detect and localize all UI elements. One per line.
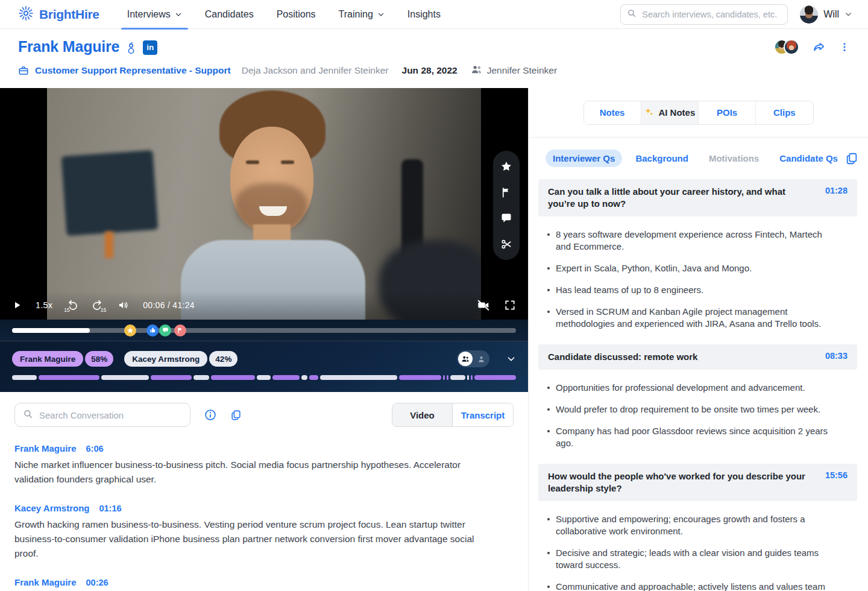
share-icon[interactable] [813, 40, 826, 54]
timeline-segment[interactable] [474, 375, 516, 380]
reaction-marker-comment[interactable] [159, 324, 171, 337]
skip-back-15-button[interactable]: 15 [66, 299, 78, 312]
position-link[interactable]: Customer Support Representative - Suppor… [35, 65, 231, 76]
tab-pois[interactable]: POIs [699, 101, 756, 124]
playback-speed[interactable]: 1.5x [36, 300, 52, 310]
user-menu[interactable]: Will [800, 5, 852, 24]
timeline-segment[interactable] [272, 375, 300, 380]
timeline-segment[interactable] [301, 375, 307, 380]
transcript-timestamp[interactable]: 01:16 [99, 504, 121, 513]
filter-candidate-qs[interactable]: Candidate Qs [772, 150, 845, 167]
timeline-segment[interactable] [467, 375, 469, 380]
timeline-segment[interactable] [309, 375, 319, 380]
filter-motivations[interactable]: Motivations [702, 150, 766, 167]
info-icon[interactable] [204, 409, 216, 421]
nav-item-candidates[interactable]: Candidates [205, 0, 254, 29]
all-speakers-icon[interactable] [458, 352, 473, 366]
timeline-segment[interactable] [151, 375, 192, 380]
interview-header: Frank Maguire in Cus [0, 29, 868, 88]
nav-right: Will [620, 4, 852, 25]
flag-icon[interactable] [501, 186, 512, 198]
question-timestamp[interactable]: 08:33 [825, 351, 848, 363]
linkedin-icon[interactable]: in [143, 40, 157, 55]
answer-bullet: Decisive and strategic; leads with a cle… [547, 547, 840, 571]
single-speaker-icon[interactable] [474, 352, 488, 366]
nav-item-training[interactable]: Training [339, 0, 385, 29]
global-search-input[interactable] [642, 10, 781, 19]
timeline-segment[interactable] [39, 375, 99, 380]
tab-notes[interactable]: Notes [584, 101, 641, 124]
filter-interviewer-qs[interactable]: Interviewer Qs [546, 150, 622, 167]
copy-icon[interactable] [230, 409, 242, 422]
transcript-speaker[interactable]: Frank Maguire [14, 577, 77, 587]
transcript-text: Niche market influencer business-to-busi… [14, 458, 500, 487]
transcript-timestamp[interactable]: 6:06 [86, 444, 104, 454]
search-icon [627, 8, 637, 21]
question-text: Candidate discussed: remote work [548, 351, 697, 363]
answer-bullet: Versed in SCRUM and Kanban Agile project… [547, 306, 840, 330]
tab-ai-notes[interactable]: AI Notes [641, 101, 699, 124]
timeline-segment[interactable] [399, 375, 441, 380]
reaction-marker-thumbs-up[interactable] [146, 324, 159, 337]
timeline-segment[interactable] [211, 375, 255, 380]
video-frame [47, 88, 481, 320]
question-header[interactable]: Can you talk a little about your career … [538, 179, 857, 216]
speaker-name-pill: Frank Maguire [12, 351, 83, 367]
answer-bullet: Has lead teams of up to 8 engineers. [547, 284, 840, 296]
tab-transcript[interactable]: Transcript [453, 403, 513, 426]
timeline-segment[interactable] [12, 375, 37, 380]
nav-item-positions[interactable]: Positions [277, 0, 316, 29]
transcript-speaker[interactable]: Frank Maguire [14, 443, 77, 454]
chevron-down-icon [377, 11, 385, 18]
participant-avatars[interactable] [774, 39, 799, 55]
transcript-entry: Frank Maguire6:06Niche market influencer… [14, 443, 514, 487]
timeline-segment[interactable] [447, 375, 448, 380]
timeline-segment[interactable] [101, 375, 149, 380]
speaker-view-toggle[interactable] [457, 350, 489, 367]
filter-background[interactable]: Background [628, 150, 696, 167]
conversation-search[interactable] [14, 403, 190, 427]
video-player[interactable]: 1.5x 15 15 00:06 / 41:24 [0, 88, 528, 320]
conversation-search-input[interactable] [39, 410, 182, 420]
copy-notes-icon[interactable] [845, 151, 858, 166]
timeline-segment[interactable] [320, 375, 397, 380]
transcript-entry: Frank Maguire00:26Vesting period venture… [14, 577, 514, 591]
comment-icon[interactable] [500, 212, 512, 224]
transcript-speaker[interactable]: Kacey Armstrong [14, 503, 89, 513]
progress-bar[interactable] [12, 328, 516, 333]
avatar [784, 39, 799, 55]
question-timestamp[interactable]: 15:56 [825, 470, 848, 495]
reaction-marker-flag[interactable] [174, 324, 186, 337]
speaker-kacey-armstrong[interactable]: Kacey Armstrong42% [124, 351, 237, 367]
briefcase-icon [18, 65, 29, 76]
reaction-marker-star[interactable] [124, 324, 136, 337]
question-timestamp[interactable]: 01:28 [825, 186, 848, 210]
nav-item-interviews[interactable]: Interviews [127, 0, 182, 29]
timeline-segment[interactable] [193, 375, 209, 380]
timeline-segment[interactable] [450, 375, 465, 380]
volume-icon[interactable] [118, 299, 130, 311]
answer-bullets: Opportunities for professional developme… [538, 382, 857, 449]
star-icon[interactable] [500, 160, 512, 172]
greenhouse-icon[interactable] [127, 42, 136, 55]
nav-item-insights[interactable]: Insights [407, 0, 441, 29]
question-header[interactable]: Candidate discussed: remote work08:33 [538, 344, 857, 370]
timeline-segment[interactable] [257, 375, 271, 380]
collapse-chevron-icon[interactable] [506, 354, 516, 364]
kebab-menu-icon[interactable] [839, 41, 850, 53]
fullscreen-icon[interactable] [504, 299, 516, 311]
timeline-segment[interactable] [443, 375, 445, 380]
question-header[interactable]: How would the people who've worked for y… [538, 464, 857, 501]
sparkle-icon [644, 107, 654, 119]
tab-video[interactable]: Video [392, 403, 453, 426]
speaker-frank-maguire[interactable]: Frank Maguire58% [12, 351, 113, 367]
skip-forward-15-button[interactable]: 15 [92, 299, 104, 312]
global-search[interactable] [620, 4, 788, 25]
tab-clips[interactable]: Clips [756, 101, 813, 124]
timeline-segment[interactable] [471, 375, 473, 380]
scissors-icon[interactable] [500, 238, 512, 250]
brand-logo[interactable]: BrightHire [18, 5, 99, 24]
play-button[interactable] [12, 300, 22, 311]
transcript-timestamp[interactable]: 00:26 [86, 578, 108, 587]
camera-off-icon[interactable] [476, 299, 491, 312]
